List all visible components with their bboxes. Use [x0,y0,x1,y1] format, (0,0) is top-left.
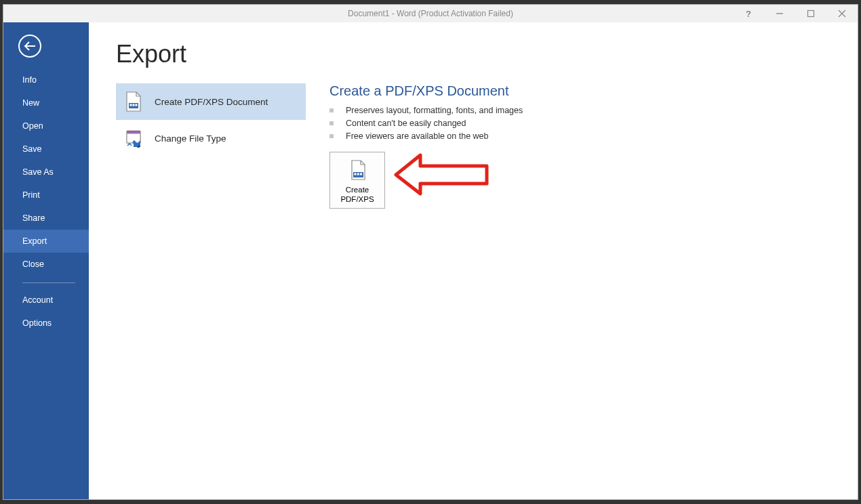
svg-rect-13 [355,173,357,175]
minimize-button[interactable] [764,5,795,22]
window-title: Document1 - Word (Product Activation Fai… [3,9,858,18]
pdf-document-icon [123,91,144,112]
create-button-line2: PDF/XPS [340,194,374,204]
back-button[interactable] [18,35,41,58]
nav-save-as[interactable]: Save As [3,161,89,184]
title-bar: Document1 - Word (Product Activation Fai… [3,5,858,22]
nav-open[interactable]: Open [3,114,89,138]
nav-new[interactable]: New [3,91,89,114]
nav-info[interactable]: Info [3,68,89,91]
bullet-item: Content can't be easily changed [329,119,523,128]
nav-share[interactable]: Share [3,207,89,230]
close-button[interactable] [826,5,858,22]
details-heading: Create a PDF/XPS Document [329,83,523,99]
window-controls: ? [733,5,858,22]
option-label: Change File Type [155,133,226,144]
create-pdf-xps-button[interactable]: Create PDF/XPS [329,152,385,209]
nav-close[interactable]: Close [3,253,89,276]
bullet-icon [329,108,334,112]
export-details: Create a PDF/XPS Document Preserves layo… [329,83,523,209]
svg-rect-8 [136,104,138,106]
nav-save[interactable]: Save [3,138,89,161]
export-options-list: Create PDF/XPS Document [116,83,306,209]
svg-rect-6 [130,104,132,106]
body-area: Info New Open Save Save As Print Share E… [3,22,858,499]
pdf-export-icon [347,159,367,181]
svg-rect-1 [808,11,814,17]
bullet-item: Free viewers are available on the web [329,131,523,141]
svg-rect-15 [360,173,362,175]
bullet-icon [329,121,334,125]
export-body-row: Create PDF/XPS Document [116,83,830,209]
svg-rect-14 [357,173,359,175]
svg-rect-7 [133,104,135,106]
attention-arrow-annotation [392,151,494,198]
bullet-item: Preserves layout, formatting, fonts, and… [329,106,523,115]
help-button[interactable]: ? [733,5,764,22]
nav-separator [22,282,75,283]
export-page: Export [89,22,858,499]
nav-print[interactable]: Print [3,184,89,207]
bullet-icon [329,134,334,138]
backstage-sidebar: Info New Open Save Save As Print Share E… [3,22,89,499]
change-file-type-icon [123,127,144,149]
word-backstage-window: Document1 - Word (Product Activation Fai… [3,4,858,500]
svg-rect-10 [127,131,140,133]
nav-export[interactable]: Export [3,230,89,253]
page-title: Export [116,40,830,68]
nav-account[interactable]: Account [3,289,89,312]
create-button-line1: Create [346,185,369,194]
option-change-file-type[interactable]: Change File Type [116,120,306,156]
option-label: Create PDF/XPS Document [155,97,268,107]
bullet-text: Content can't be easily changed [346,119,466,128]
option-create-pdf-xps[interactable]: Create PDF/XPS Document [116,83,306,120]
nav-options[interactable]: Options [3,312,89,335]
bullet-text: Free viewers are available on the web [346,131,489,141]
bullet-text: Preserves layout, formatting, fonts, and… [346,106,523,115]
restore-button[interactable] [795,5,826,22]
